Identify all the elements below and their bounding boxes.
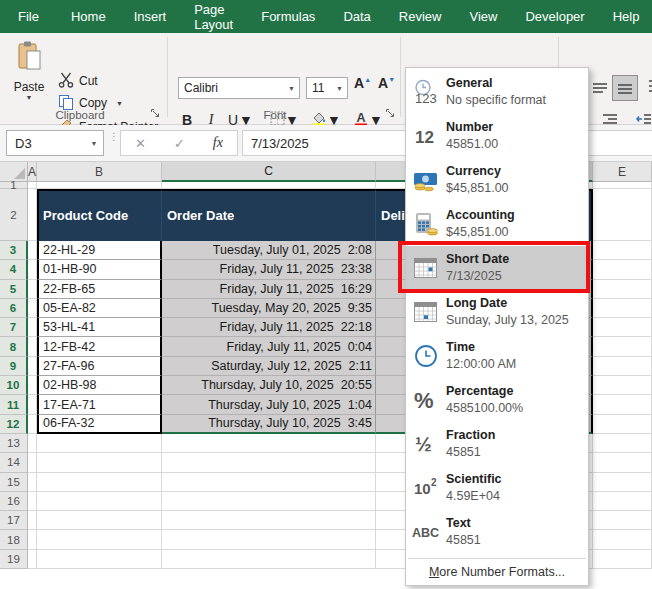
column-header[interactable]: E <box>593 162 652 182</box>
paste-caret-icon: ▼ <box>26 94 33 101</box>
row-header[interactable]: 13 <box>0 434 28 453</box>
format-option[interactable]: 123 General No specific format <box>406 70 588 114</box>
row-header[interactable]: 17 <box>0 511 28 530</box>
row-header[interactable]: 8 <box>0 337 28 356</box>
format-option[interactable]: Time 12:00:00 AM <box>406 334 588 378</box>
product-code-cell[interactable]: 22-FB-65 <box>37 280 162 299</box>
row-header[interactable]: 11 <box>0 395 28 414</box>
order-date-cell[interactable]: Thursday, July 10, 2025 3:45 <box>162 415 376 434</box>
order-date-cell[interactable]: Tuesday, May 20, 2025 9:35 <box>162 299 376 318</box>
percentage-icon: % <box>406 387 446 413</box>
more-number-formats-item[interactable]: More Number Formats... <box>406 559 588 585</box>
font-name-combo[interactable]: Calibri ▼ <box>178 77 300 99</box>
row-header[interactable]: 18 <box>0 530 28 549</box>
ribbon-tab[interactable]: Review <box>385 0 456 33</box>
order-date-cell[interactable]: Saturday, July 12, 2025 2:11 <box>162 357 376 376</box>
order-date-cell[interactable]: Friday, July 11, 2025 23:38 <box>162 260 376 279</box>
product-code-cell[interactable]: 01-HB-90 <box>37 260 162 279</box>
font-dialog-launcher-icon[interactable] <box>385 108 397 120</box>
row-header[interactable]: 6 <box>0 299 28 318</box>
row-header[interactable]: 19 <box>0 550 28 569</box>
ribbon-tab[interactable]: Developer <box>511 0 598 33</box>
clipboard-dialog-launcher-icon[interactable] <box>150 108 162 120</box>
format-option[interactable]: % Percentage 4585100.00% <box>406 378 588 422</box>
name-box[interactable]: D3 ▼ <box>6 130 104 156</box>
ribbon-tab[interactable]: Data <box>329 0 384 33</box>
order-date-cell[interactable]: Thursday, July 10, 2025 20:55 <box>162 376 376 395</box>
row-headers: 12345678910111213141516171819 <box>0 182 28 569</box>
product-code-cell[interactable]: 17-EA-71 <box>37 395 162 414</box>
row-header[interactable]: 15 <box>0 473 28 492</box>
format-option[interactable]: 102 Scientific 4.59E+04 <box>406 466 588 510</box>
row-header[interactable]: 5 <box>0 280 28 299</box>
row-header[interactable]: 3 <box>0 241 28 260</box>
row-header[interactable]: 2 <box>0 189 28 241</box>
order-date-header-cell[interactable]: Order Date <box>162 189 376 241</box>
product-code-cell[interactable]: 27-FA-96 <box>37 357 162 376</box>
format-option[interactable]: ½ Fraction 45851 <box>406 422 588 466</box>
order-date-cell[interactable]: Thursday, July 10, 2025 1:04 <box>162 395 376 414</box>
row-header[interactable]: 1 <box>0 182 28 189</box>
row-header[interactable]: 14 <box>0 453 28 472</box>
svg-text:12: 12 <box>415 128 434 147</box>
product-code-cell[interactable]: 06-FA-32 <box>37 415 162 434</box>
insert-function-icon[interactable]: fx <box>213 135 223 151</box>
product-code-header-cell[interactable]: Product Code <box>37 189 162 241</box>
copy-caret-icon: ▼ <box>116 100 123 107</box>
product-code-cell[interactable]: 05-EA-82 <box>37 299 162 318</box>
formula-bar-handle[interactable]: ⋮ <box>109 134 119 139</box>
order-date-cell[interactable]: Friday, July 11, 2025 22:18 <box>162 318 376 337</box>
row-header[interactable]: 10 <box>0 376 28 395</box>
format-option[interactable]: ABC Text 45851 <box>406 510 588 554</box>
row-header[interactable]: 16 <box>0 492 28 511</box>
column-header[interactable]: A <box>28 162 37 182</box>
paste-button[interactable]: Paste ▼ <box>8 40 50 112</box>
wrap-text-icon[interactable] <box>644 75 652 97</box>
svg-text:½: ½ <box>415 433 432 455</box>
svg-text:123: 123 <box>415 91 437 105</box>
row-header[interactable]: 12 <box>0 415 28 434</box>
align-bottom-icon[interactable] <box>612 75 638 101</box>
ribbon-tab[interactable]: Help <box>599 0 652 33</box>
ribbon-tab[interactable]: Insert <box>120 0 181 33</box>
cancel-entry-icon[interactable]: ✕ <box>135 136 146 151</box>
ribbon-tab[interactable]: Home <box>57 0 120 33</box>
format-options: 123 General No specific format 12 Number… <box>406 70 588 554</box>
product-code-cell[interactable]: 12-FB-42 <box>37 337 162 356</box>
format-option[interactable]: Currency $45,851.00 <box>406 158 588 202</box>
short-date-icon <box>406 255 446 281</box>
increase-font-size-button[interactable]: A▲ <box>354 75 371 91</box>
order-date-cell[interactable]: Friday, July 11, 2025 16:29 <box>162 280 376 299</box>
row-header[interactable]: 7 <box>0 318 28 337</box>
product-code-cell[interactable]: 02-HB-98 <box>37 376 162 395</box>
product-code-cell[interactable]: 53-HL-41 <box>37 318 162 337</box>
font-size-caret-icon[interactable]: ▼ <box>332 85 347 92</box>
font-group-label: Font <box>230 109 320 121</box>
confirm-entry-icon[interactable]: ✓ <box>174 136 185 151</box>
name-box-caret-icon[interactable]: ▼ <box>85 140 103 147</box>
column-header[interactable]: B <box>37 162 162 182</box>
format-option[interactable]: Short Date 7/13/2025 <box>406 246 588 290</box>
font-size-combo[interactable]: 11 ▼ <box>306 77 348 99</box>
long-date-icon <box>406 299 446 325</box>
format-option[interactable]: 12 Number 45851.00 <box>406 114 588 158</box>
font-name-value: Calibri <box>179 81 284 95</box>
ribbon-tab[interactable]: View <box>455 0 511 33</box>
column-header[interactable]: C <box>162 162 376 182</box>
order-date-cell[interactable]: Friday, July 11, 2025 0:04 <box>162 337 376 356</box>
svg-text:ABC: ABC <box>412 526 439 540</box>
order-date-cell[interactable]: Tuesday, July 01, 2025 2:08 <box>162 241 376 260</box>
format-option[interactable]: Long Date Sunday, July 13, 2025 <box>406 290 588 334</box>
cut-button[interactable]: Cut <box>58 71 98 91</box>
ribbon-tab[interactable]: Formulas <box>247 0 329 33</box>
row-header[interactable]: 9 <box>0 357 28 376</box>
product-code-cell[interactable]: 22-HL-29 <box>37 241 162 260</box>
row-header[interactable]: 4 <box>0 260 28 279</box>
copy-label: Copy <box>79 96 107 110</box>
align-middle-icon[interactable] <box>588 77 612 99</box>
ribbon-tab[interactable]: Page Layout <box>180 0 247 33</box>
font-name-caret-icon[interactable]: ▼ <box>284 85 299 92</box>
ribbon-tab[interactable]: File <box>0 0 57 33</box>
decrease-font-size-button[interactable]: A▼ <box>378 75 395 91</box>
format-option[interactable]: Accounting $45,851.00 <box>406 202 588 246</box>
